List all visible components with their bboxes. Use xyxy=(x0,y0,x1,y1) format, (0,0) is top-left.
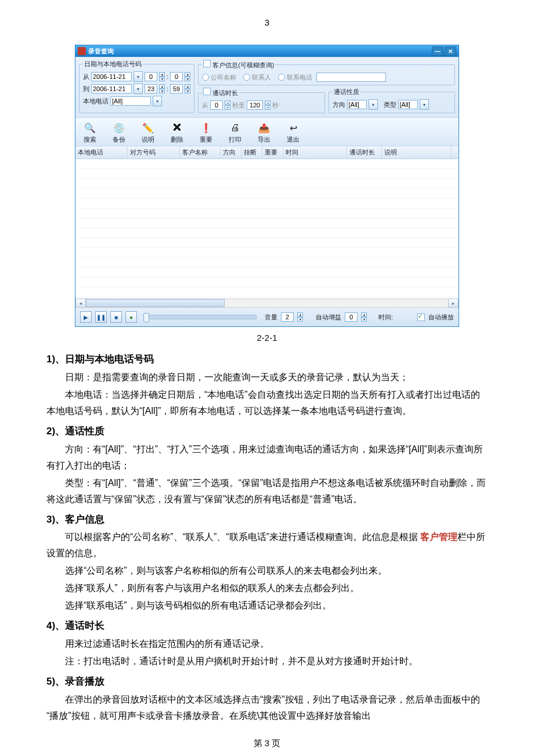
table-row[interactable] xyxy=(75,228,459,238)
to-label: 到 xyxy=(83,85,89,93)
print-btn-icon: 🖨 xyxy=(229,121,241,134)
customer-mgmt-red: 客户管理 xyxy=(420,532,457,542)
export-btn-label: 导出 xyxy=(258,135,270,144)
important-btn-label: 重要 xyxy=(200,135,212,144)
customer-query-input[interactable] xyxy=(316,73,386,82)
close-button[interactable]: ✕ xyxy=(445,46,456,56)
radio-phone[interactable] xyxy=(278,74,285,81)
from-min-input[interactable] xyxy=(170,72,183,81)
scroll-track[interactable] xyxy=(86,298,448,308)
column-header[interactable]: 时间 xyxy=(283,146,347,159)
search-btn[interactable]: 🔍搜索 xyxy=(78,120,102,146)
minimize-button[interactable]: — xyxy=(432,46,443,56)
horizontal-scrollbar[interactable]: ◂ ▸ xyxy=(75,298,459,308)
column-header[interactable]: 方向 xyxy=(221,146,241,159)
scroll-right-button[interactable]: ▸ xyxy=(448,298,459,308)
scroll-thumb[interactable] xyxy=(86,299,225,307)
seek-handle[interactable] xyxy=(143,313,149,322)
from-label: 从 xyxy=(83,73,89,81)
from-min-spin[interactable]: ▴▾ xyxy=(185,72,190,81)
table-row[interactable] xyxy=(75,179,459,189)
note-btn-icon: ✏️ xyxy=(142,121,154,134)
group-customer-info: 客户信息(可模糊查询) 公司名称 联系人 联系电话 xyxy=(198,60,455,85)
play-button[interactable]: ▶ xyxy=(80,311,92,323)
table-row[interactable] xyxy=(75,189,459,199)
table-row[interactable] xyxy=(75,159,459,169)
note-btn-label: 说明 xyxy=(142,135,154,144)
delete-btn-label: 删除 xyxy=(171,135,183,144)
radio-contact[interactable] xyxy=(243,74,250,81)
volume-input[interactable] xyxy=(281,312,294,322)
table-row[interactable] xyxy=(75,238,459,248)
table-row[interactable] xyxy=(75,287,459,297)
direction-drop-icon[interactable]: ▾ xyxy=(369,99,378,110)
group-call-nature: 通话性质 方向 ▾ 类型 ▾ xyxy=(329,88,455,113)
table-row[interactable] xyxy=(75,248,459,258)
seek-slider[interactable] xyxy=(145,315,257,319)
section-3-p4: 选择“联系电话”，则与该号码相似的所有电话通话记录都会列出。 xyxy=(46,597,488,614)
table-row[interactable] xyxy=(75,268,459,278)
to-min-spin[interactable]: ▴▾ xyxy=(185,84,190,93)
date-to-input[interactable] xyxy=(91,84,132,93)
volume-spin[interactable]: ▴▾ xyxy=(297,312,303,322)
column-header[interactable]: 通话时长 xyxy=(347,146,382,159)
direction-label: 方向 xyxy=(333,100,345,109)
to-hour-spin[interactable]: ▴▾ xyxy=(159,84,165,93)
customer-info-checkbox[interactable] xyxy=(203,60,211,67)
column-header[interactable]: 本地电话 xyxy=(75,146,128,159)
column-header[interactable]: 客户名称 xyxy=(180,146,221,159)
stop-button[interactable]: ■ xyxy=(110,311,122,323)
group-call-nature-title: 通话性质 xyxy=(333,88,360,96)
export-btn[interactable]: 📤导出 xyxy=(252,120,276,146)
section-2-heading: 2)、通话性质 xyxy=(46,423,488,440)
record-button[interactable]: ● xyxy=(125,311,137,323)
to-min-input[interactable] xyxy=(170,84,183,93)
figure-label: 2-2-1 xyxy=(0,333,534,343)
important-btn[interactable]: ❗重要 xyxy=(194,120,218,146)
table-row[interactable] xyxy=(75,278,459,287)
delete-btn[interactable]: 🗙删除 xyxy=(165,120,189,146)
dur-to-spin[interactable]: ▴▾ xyxy=(265,100,270,110)
table-row[interactable] xyxy=(75,169,459,179)
date-from-drop-icon[interactable]: ▾ xyxy=(134,71,143,82)
table-row[interactable] xyxy=(75,258,459,268)
backup-btn-label: 备份 xyxy=(113,135,125,144)
table-row[interactable] xyxy=(75,218,459,228)
radio-contact-label: 联系人 xyxy=(252,73,271,82)
exit-btn[interactable]: ↩退出 xyxy=(281,120,305,146)
backup-btn[interactable]: 💿备份 xyxy=(107,120,131,146)
from-hour-input[interactable] xyxy=(145,72,157,81)
note-btn[interactable]: ✏️说明 xyxy=(136,120,160,146)
print-btn[interactable]: 🖨打印 xyxy=(223,120,247,146)
auto-gain-spin[interactable]: ▴▾ xyxy=(361,312,367,322)
group-duration-title: 通话时长 xyxy=(212,89,238,96)
auto-gain-input[interactable] xyxy=(345,312,358,322)
date-to-drop-icon[interactable]: ▾ xyxy=(134,84,143,94)
table-row[interactable] xyxy=(75,199,459,208)
date-from-input[interactable] xyxy=(91,72,132,81)
autoplay-checkbox[interactable] xyxy=(417,314,425,321)
to-hour-input[interactable] xyxy=(145,84,157,93)
direction-select[interactable] xyxy=(347,100,367,109)
section-3-p1a: 可以根据客户的“公司名称”、“联系人”、“联系电话”来进行通话模糊查询。此信息是… xyxy=(65,532,418,542)
duration-checkbox[interactable] xyxy=(203,88,211,95)
type-select[interactable] xyxy=(398,100,418,109)
column-header[interactable]: 说明 xyxy=(382,146,452,159)
table-row[interactable] xyxy=(75,208,459,218)
local-phone-drop-icon[interactable]: ▾ xyxy=(153,96,162,106)
from-hour-spin[interactable]: ▴▾ xyxy=(159,72,165,81)
column-header[interactable]: 重要 xyxy=(262,146,283,159)
scroll-left-button[interactable]: ◂ xyxy=(75,298,86,308)
dur-to-input[interactable] xyxy=(247,100,263,110)
pause-button[interactable]: ❚❚ xyxy=(95,311,107,323)
radio-company[interactable] xyxy=(202,74,209,81)
local-phone-select[interactable] xyxy=(110,96,151,106)
dur-from-input[interactable] xyxy=(210,100,223,110)
auto-gain-label: 自动增益 xyxy=(316,313,341,322)
grid-body[interactable] xyxy=(75,159,459,298)
column-header[interactable]: 挂断 xyxy=(241,146,262,159)
important-btn-icon: ❗ xyxy=(200,121,212,134)
dur-from-spin[interactable]: ▴▾ xyxy=(225,100,230,110)
column-header[interactable]: 对方号码 xyxy=(128,146,180,159)
type-drop-icon[interactable]: ▾ xyxy=(420,99,429,110)
